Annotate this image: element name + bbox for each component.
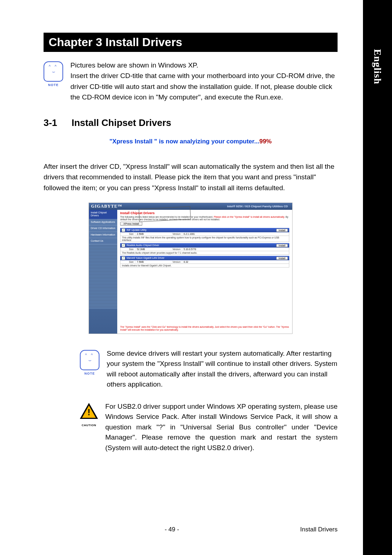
driver-name: Realtek Audio Chipset Driver xyxy=(127,244,159,246)
usb-caution-text: For USB2.0 driver support under Windows … xyxy=(105,401,338,453)
note-icon: NOTE xyxy=(44,61,63,82)
driver-bar: ✓INF Update UtilityInstall xyxy=(120,228,289,232)
driver-name: INF Update Utility xyxy=(127,229,147,231)
drivers-desc: The following drivers listed below are r… xyxy=(120,216,289,221)
note-label: NOTE xyxy=(81,372,99,375)
driver-meta: Size2.5MBVersion6.2.1.1001 xyxy=(120,232,289,236)
driver-checkbox[interactable]: ✓ xyxy=(122,228,125,232)
sidebar-drivercd-info[interactable]: Driver CD Information xyxy=(89,225,117,232)
restart-note: Some device drivers will restart your sy… xyxy=(107,348,338,390)
brand-logo: GIGABYTE™ xyxy=(91,204,122,209)
install-button[interactable]: Install xyxy=(276,244,288,247)
driver-desc: This utility installs INF files that inf… xyxy=(120,236,289,242)
section-title: Install Chipset Drivers xyxy=(72,117,171,128)
driver-bar: ✓Realtek Audio Chipset DriverInstall xyxy=(120,243,289,248)
install-button[interactable]: Install xyxy=(276,257,288,260)
sidebar-software-apps[interactable]: Software Applications xyxy=(89,219,117,225)
analyze-status: "Xpress Install " is now analyizing your… xyxy=(44,138,338,145)
install-button[interactable]: Install xyxy=(276,229,288,232)
sidebar-contact-us[interactable]: Contact Us xyxy=(89,238,117,244)
driver-meta: Size52.3MBVersion5.10.0.5770 xyxy=(120,248,289,251)
driver-block: ✓INF Update UtilityInstallSize2.5MBVersi… xyxy=(120,228,289,242)
sidebar-hardware-info[interactable]: Hardware Information xyxy=(89,232,117,238)
sidebar-install-chipset[interactable]: Install Chipset Drivers xyxy=(89,210,117,219)
intro-note: Pictures below are shown in Windows XP. … xyxy=(70,60,338,103)
caution-label: CAUTION xyxy=(80,424,98,427)
driver-checkbox[interactable]: ✓ xyxy=(122,256,125,260)
section-number: 3-1 xyxy=(44,117,69,128)
sidebar-filler xyxy=(89,244,117,309)
note-icon: NOTE xyxy=(80,350,99,370)
after-insert-paragraph: After insert the driver CD, "Xpress Inst… xyxy=(44,161,338,193)
installer-footer-note: The "Xpress Install" uses the "Click and… xyxy=(117,325,292,334)
driver-name: Marvell Yukon Gigabit LAN Driver xyxy=(127,257,164,259)
driver-block: ✓Realtek Audio Chipset DriverInstallSize… xyxy=(120,243,289,255)
driver-checkbox[interactable]: ✓ xyxy=(122,244,125,247)
caution-icon: ! CAUTION xyxy=(80,403,98,422)
driver-meta: Size7.5MBVersion8.32 xyxy=(120,260,289,264)
footer-section-title: Install Drivers xyxy=(300,526,338,533)
language-tab: English xyxy=(372,49,383,84)
cd-title: Intel® 925X / 915 Chipset Family Utiliti… xyxy=(122,205,290,208)
drivers-title: Install Chipset Drivers xyxy=(120,211,289,215)
driver-desc: The Realtek Audio chipset driver provide… xyxy=(120,251,289,255)
driver-block: ✓Marvell Yukon Gigabit LAN DriverInstall… xyxy=(120,256,289,268)
driver-desc: Installs drivers for Marvell Gigabit LAN… xyxy=(120,264,289,268)
page-number: - 49 - xyxy=(165,526,179,533)
page-footer: - 49 - Install Drivers xyxy=(44,526,338,533)
chapter-heading: Chapter 3 Install Drivers xyxy=(44,33,338,52)
installer-screenshot: GIGABYTE™ Intel® 925X / 915 Chipset Fami… xyxy=(89,203,293,334)
note-label: NOTE xyxy=(44,83,62,87)
driver-bar: ✓Marvell Yukon Gigabit LAN DriverInstall xyxy=(120,256,289,260)
section-heading: 3-1 Install Chipset Drivers xyxy=(44,117,338,128)
xpress-install-button[interactable]: XPress Install xyxy=(120,222,142,226)
installer-sidebar: Install Chipset Drivers Software Applica… xyxy=(89,210,117,334)
